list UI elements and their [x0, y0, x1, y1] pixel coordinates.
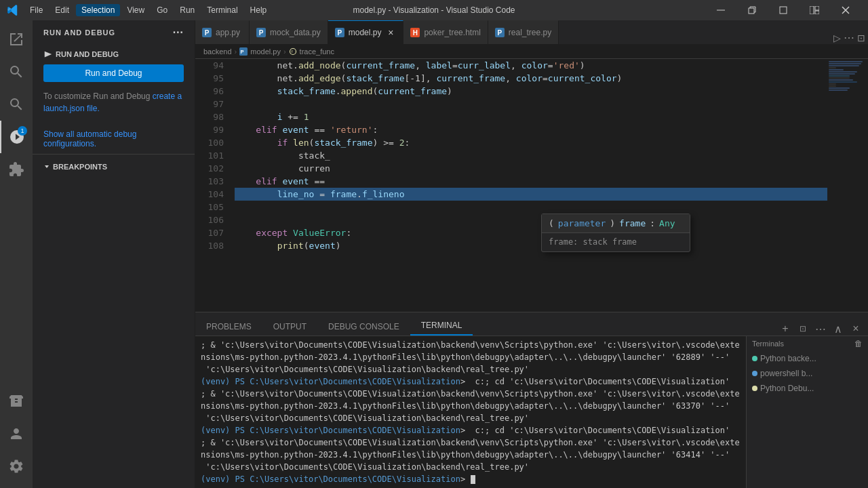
breadcrumb-sep1: ›	[235, 47, 237, 56]
breadcrumb-py-icon: P	[239, 47, 248, 56]
terminal-line-4: ; & 'c:\Users\vitor\Documents\CODE\Visua…	[201, 388, 741, 412]
tab-run-icon[interactable]: ▷	[833, 33, 841, 43]
breadcrumb-model[interactable]: model.py	[250, 47, 281, 56]
tab-real-tree-py-icon: P	[495, 28, 505, 37]
debug-badge: 1	[18, 126, 27, 136]
panel-tab-output[interactable]: OUTPUT	[262, 318, 317, 336]
breadcrumb-sep2: ›	[283, 47, 286, 56]
maximize-button[interactable]	[768, 0, 799, 20]
activity-bottom	[0, 385, 33, 488]
titlebar-title: model.py - Visualization - Visual Studio…	[353, 5, 515, 15]
tab-mock-data-py[interactable]: P mock_data.py	[250, 20, 328, 44]
close-button[interactable]	[830, 0, 861, 20]
panel-tab-debug-console[interactable]: DEBUG CONSOLE	[317, 318, 410, 336]
terminal-entry-debug[interactable]: Python Debu...	[747, 381, 868, 396]
breadcrumb-backend[interactable]: backend	[203, 47, 232, 56]
panel-close[interactable]: ×	[849, 322, 863, 336]
terminal-cursor	[471, 475, 475, 484]
run-debug-button[interactable]: Run and Debug	[43, 64, 184, 82]
panel-actions: + ⊡ ⋯ ∧ ×	[773, 322, 868, 336]
menu-file[interactable]: File	[24, 4, 48, 16]
svg-rect-5	[815, 11, 819, 14]
terminal-ps-dot	[752, 371, 757, 376]
terminal-line-2: 'c:\Users\vitor\Documents\CODE\Visualiza…	[201, 363, 741, 375]
mini-line	[829, 63, 861, 64]
panel-add-terminal[interactable]: +	[778, 322, 792, 336]
run-desc-text: To customize Run and Debug	[43, 92, 153, 101]
code-line-96: stack_frame.append(current_frame)	[235, 85, 827, 98]
sidebar-menu-icon[interactable]: ⋯	[172, 26, 184, 39]
activity-extensions[interactable]	[0, 153, 33, 186]
code-line-107: except ValueError:	[235, 226, 827, 239]
tab-layout-icon[interactable]: ⊡	[857, 33, 865, 43]
mini-line	[829, 73, 855, 75]
tab-poker-tree-html[interactable]: H poker_tree.html	[403, 20, 488, 44]
svg-text:f: f	[291, 49, 292, 54]
activity-explorer[interactable]	[0, 23, 33, 56]
code-line-102: curren	[235, 162, 827, 175]
terminal-content[interactable]: ; & 'c:\Users\vitor\Documents\CODE\Visua…	[195, 336, 746, 488]
tab-model-py-close[interactable]: ×	[385, 27, 396, 38]
restore-button[interactable]	[736, 0, 768, 20]
menu-view[interactable]: View	[121, 4, 150, 16]
terminal-entry-powershell[interactable]: powershell b...	[747, 366, 868, 381]
menu-help[interactable]: Help	[245, 4, 273, 16]
minimize-button[interactable]	[705, 0, 736, 20]
panel: PROBLEMS OUTPUT DEBUG CONSOLE TERMINAL +…	[195, 312, 868, 488]
menu-run[interactable]: Run	[174, 4, 200, 16]
activity-run-debug[interactable]: 1	[0, 121, 33, 153]
code-line-101: stack_	[235, 149, 827, 162]
panel-tabs: PROBLEMS OUTPUT DEBUG CONSOLE TERMINAL +…	[195, 312, 868, 336]
terminal-entry-python[interactable]: Python backe...	[747, 351, 868, 366]
sidebar: RUN AND DEBUG ⋯ RUN AND DEBUG Run and De…	[33, 20, 195, 488]
panel-split[interactable]: ⊡	[796, 322, 810, 336]
terminal-trash-icon[interactable]: 🗑	[854, 339, 863, 348]
tab-model-py[interactable]: P model.py ×	[328, 20, 404, 44]
panel-more[interactable]: ⋯	[814, 322, 827, 336]
code-editor[interactable]: 9495969798 99100101102103 10410510610710…	[195, 59, 868, 312]
layout-button[interactable]	[799, 0, 830, 20]
activity-search[interactable]	[0, 56, 33, 88]
titlebar: File Edit Selection View Go Run Terminal…	[0, 0, 868, 20]
breadcrumb: backend › P model.py › f trace_func	[195, 44, 868, 59]
sidebar-title-text: RUN AND DEBUG	[43, 28, 115, 37]
mini-line	[829, 77, 850, 79]
minimap	[827, 59, 868, 312]
mini-line	[829, 79, 853, 81]
code-content[interactable]: net.add_node(current_frame, label=curr_l…	[229, 59, 827, 312]
menu-selection[interactable]: Selection	[76, 4, 120, 16]
tab-real-tree-py[interactable]: P real_tree.py	[488, 20, 559, 44]
menu-go[interactable]: Go	[151, 4, 173, 16]
svg-rect-4	[815, 6, 819, 10]
menu-edit[interactable]: Edit	[50, 4, 75, 16]
panel-maximize[interactable]: ∧	[831, 322, 845, 336]
activity-settings[interactable]	[0, 450, 33, 483]
svg-rect-3	[810, 6, 814, 14]
activity-testing[interactable]	[0, 385, 33, 418]
tab-app-py[interactable]: P app.py	[195, 20, 250, 44]
activity-account[interactable]	[0, 418, 33, 450]
panel-tab-terminal[interactable]: TERMINAL	[410, 317, 473, 336]
tab-actions-icon[interactable]: ⋯	[844, 31, 854, 44]
terminal-debug-label: Python Debu...	[760, 384, 814, 393]
mini-line	[829, 81, 857, 83]
code-line-97	[235, 98, 827, 110]
tab-bar: P app.py P mock_data.py P model.py × H p…	[195, 20, 868, 44]
code-line-98: i += 1	[235, 110, 827, 123]
breadcrumb-tracefunc[interactable]: trace_func	[300, 47, 334, 56]
tab-model-py-label: model.py	[349, 28, 382, 37]
menu-terminal[interactable]: Terminal	[201, 4, 243, 16]
code-line-104: line_no = frame.f_lineno	[235, 188, 827, 201]
autocomplete-param-keyword: parameter	[558, 217, 606, 230]
svg-text:P: P	[241, 49, 244, 55]
mini-line	[829, 65, 859, 66]
tab-app-py-label: app.py	[216, 28, 240, 37]
activity-source-control[interactable]	[0, 88, 33, 121]
terminal-line-8: 'c:\Users\vitor\Documents\CODE\Visualiza…	[201, 461, 741, 473]
terminal-line-7: ; & 'c:\Users\vitor\Documents\CODE\Visua…	[201, 436, 741, 461]
tab-mock-data-py-icon: P	[256, 28, 266, 37]
terminal-active-dot	[752, 356, 757, 361]
panel-tab-problems[interactable]: PROBLEMS	[195, 318, 262, 336]
show-configs-link[interactable]: Show all automatic debug configurations.	[43, 129, 184, 148]
breakpoints-header[interactable]: BREAKPOINTS	[38, 160, 189, 174]
